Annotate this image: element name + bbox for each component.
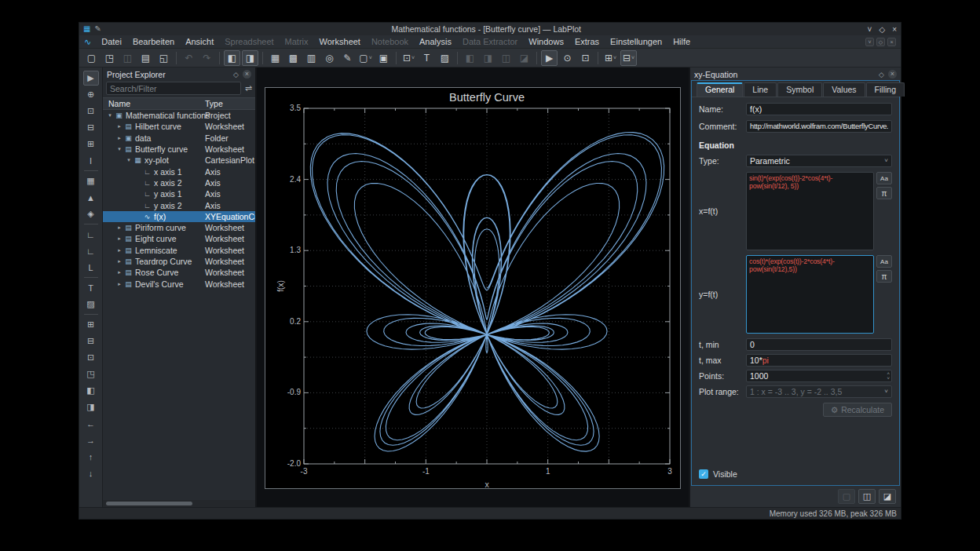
new-datapicker-button[interactable]: ◎ [321,50,338,66]
zoom-fit-button[interactable]: ◳ [83,367,99,381]
tree-item-y-axis-2[interactable]: ∟y axis 2Axis [103,199,255,210]
expander-icon[interactable]: ▸ [115,281,123,287]
tab-symbol[interactable]: Symbol [777,82,822,97]
zoom-select-region-button[interactable]: ⊡ [83,104,99,119]
menu-datei[interactable]: Datei [96,35,127,49]
t-min-input[interactable] [746,338,892,351]
tab-filling[interactable]: Filling [866,82,905,97]
zoom-select-button[interactable]: ⊡˅ [400,50,417,66]
add-x-axis-button[interactable]: ∟ [83,227,99,242]
close-panel-icon[interactable]: × [888,70,897,78]
menu-windows[interactable]: Windows [523,35,569,49]
butterfly-plot[interactable]: -3-1133.52.41.30.2-0.9-2.0Butterfly Curv… [265,88,680,488]
child-close-icon[interactable]: × [887,38,896,46]
tab-line[interactable]: Line [744,82,777,97]
tree-column-header[interactable]: Name Type [103,97,255,110]
column-type[interactable]: Type [205,99,223,108]
tree-item-y-axis-1[interactable]: ∟y axis 1Axis [103,188,255,199]
tree-item-x-axis-1[interactable]: ∟x axis 1Axis [103,166,255,177]
pin-icon[interactable]: ✎ [94,23,101,35]
shift-left-x-button[interactable]: ← [83,416,99,431]
add-text-label-button[interactable]: T [419,50,435,66]
tree-item-f-x-[interactable]: ∿f(x)XYEquationCurve [103,211,255,222]
column-name[interactable]: Name [108,99,130,108]
tree-item-mathematical-functions[interactable]: ▾▣Mathematical functionsProject [103,110,255,121]
close-panel-icon[interactable]: × [243,70,251,78]
comment-input[interactable] [746,120,892,133]
zoom-fit-x-button[interactable]: ◧ [83,383,99,398]
zoom-select-y-button[interactable]: ⊞ [83,137,99,151]
menu-hilfe[interactable]: Hilfe [667,35,696,49]
presenter-mode-button[interactable]: ⊟˅ [620,50,637,66]
insert-function-button[interactable]: Aa [876,172,892,184]
close-icon[interactable]: × [892,25,897,34]
crosshair-mode-button[interactable]: ⊕ [83,87,99,102]
cursor-mode-button[interactable]: ▶ [83,71,99,86]
shift-right-x-button[interactable]: → [83,432,99,447]
new-folder-button[interactable]: ▣ [375,50,392,66]
x-equation-input[interactable]: sin(t)*(exp(cos(t))-2*cos(4*t)-pow(sin(t… [746,172,874,250]
insert-function-button[interactable]: Aa [876,255,892,268]
expander-icon[interactable]: ▾ [115,146,123,152]
zoom-out-button[interactable]: ⊟ [83,334,99,348]
tree-item-rose-curve[interactable]: ▸▤Rose CurveWorksheet [103,267,255,278]
expander-icon[interactable]: ▸ [115,224,123,231]
name-input[interactable] [746,103,892,115]
new-matrix-button[interactable]: ▩ [285,50,302,66]
tree-item-butterfly-curve[interactable]: ▾▤Butterfly curveWorksheet [103,144,255,155]
tree-item-eight-curve[interactable]: ▸▤Eight curveWorksheet [103,233,255,244]
new-worksheet-button[interactable]: ▢˅ [357,50,374,66]
worksheet-page[interactable]: -3-1133.52.41.30.2-0.9-2.0Butterfly Curv… [265,87,681,489]
add-text-label-button[interactable]: T [83,280,99,295]
child-restore-icon[interactable]: ◇ [876,38,885,46]
expander-icon[interactable]: ▾ [125,157,133,163]
magnification-button[interactable]: ⊞˅ [602,50,619,66]
child-minimize-icon[interactable]: ˅ [865,38,874,46]
add-plot-button[interactable]: ▦ [83,173,99,188]
horizontal-scrollbar[interactable] [103,500,255,507]
expander-icon[interactable]: ▸ [115,247,123,254]
add-y-axis-button[interactable]: ∟ [83,243,99,258]
toggle-project-explorer-button[interactable]: ◧ [224,50,240,66]
menu-ansicht[interactable]: Ansicht [180,35,219,49]
menu-einstellungen[interactable]: Einstellungen [605,35,667,49]
tree-item-data[interactable]: ▸▣dataFolder [103,133,255,144]
save-template-button[interactable]: ◫ [858,489,876,504]
menu-worksheet[interactable]: Worksheet [314,35,366,49]
scrollbar-thumb[interactable] [106,502,192,505]
expander-icon[interactable]: ▸ [115,258,123,265]
tree-item-teardrop-curve[interactable]: ▸▤Teardrop CurveWorksheet [103,256,255,267]
add-histogram-button[interactable]: ▲ [83,190,99,205]
save-as-template-button[interactable]: ◪ [879,489,896,504]
add-curve-button[interactable]: ◈ [83,206,99,221]
zoom-in-button[interactable]: ⊞ [83,317,99,332]
new-spreadsheet-button[interactable]: ▦ [267,50,283,66]
expander-icon[interactable]: ▸ [115,123,123,130]
pan-mode-button[interactable]: ⊙ [559,50,576,66]
menu-extras[interactable]: Extras [569,35,605,49]
text-cursor-button[interactable]: I [83,153,99,168]
menu-analysis[interactable]: Analysis [414,35,457,49]
zoom-origin-button[interactable]: ⊡ [83,350,99,365]
tab-values[interactable]: Values [823,82,865,97]
shift-down-y-button[interactable]: ↓ [83,465,99,480]
expander-icon[interactable]: ▸ [115,135,123,141]
add-image-button[interactable]: ▨ [437,50,453,66]
zoom-mode-button[interactable]: ⊡ [577,50,594,66]
insert-constant-button[interactable]: π [876,270,892,283]
zoom-fit-y-button[interactable]: ◨ [83,400,99,414]
new-workbook-button[interactable]: ▥ [303,50,320,66]
new-file-button[interactable]: ▢ [83,50,100,66]
float-panel-icon[interactable]: ◇ [879,71,884,78]
shift-up-y-button[interactable]: ↑ [83,449,99,464]
points-input[interactable]: 1000 [746,370,892,382]
add-image-button[interactable]: ▨ [83,297,99,312]
t-max-input[interactable]: 10*pi [746,354,892,367]
float-panel-icon[interactable]: ◇ [233,71,239,78]
zoom-select-x-button[interactable]: ⊟ [83,120,99,135]
print-button[interactable]: ▤ [137,50,154,66]
search-input[interactable] [106,82,241,95]
tab-general[interactable]: General [697,82,743,97]
maximize-icon[interactable]: ◇ [879,25,885,34]
filter-options-icon[interactable]: ⇌ [245,83,252,93]
